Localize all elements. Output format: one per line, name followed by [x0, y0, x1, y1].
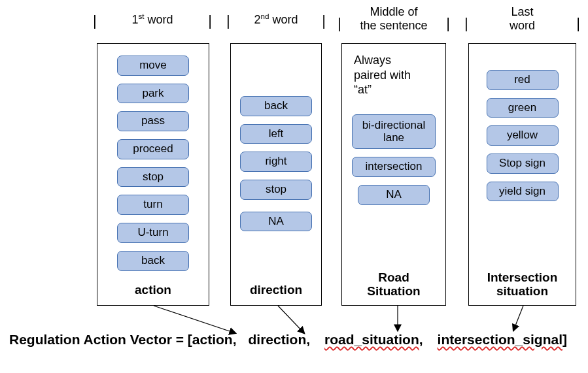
chip-yellow: yellow: [487, 125, 559, 146]
col4-list: red green yellow Stop sign yield sign: [469, 70, 576, 209]
chip-stop-sign: Stop sign: [487, 154, 559, 174]
chip-green: green: [487, 98, 559, 118]
vector-suffix: ]: [562, 332, 567, 347]
col3-bottom-label: Road Situation: [342, 271, 445, 299]
chip-red: red: [487, 70, 559, 90]
chip-intersection: intersection: [352, 157, 436, 177]
chip-right: right: [240, 152, 312, 172]
chip-na2: NA: [240, 212, 312, 232]
col4-bottom-label: Intersection situation: [469, 271, 576, 299]
col3-box: Always paired with “at” bi-directional l…: [341, 43, 446, 306]
chip-yield: yield sign: [487, 182, 559, 202]
col2-bottom-label: direction: [231, 284, 321, 297]
chip-left: left: [240, 124, 312, 144]
col3-header-line2: the sentence: [360, 19, 427, 32]
chip-stop2: stop: [240, 180, 312, 200]
chip-pass: pass: [117, 111, 189, 131]
col1-box: move park pass proceed stop turn U-turn …: [97, 43, 209, 306]
arrow-col1: [154, 306, 235, 333]
col4-header-line2: word: [510, 19, 535, 32]
vector-p4: intersection_signal: [438, 332, 562, 347]
chip-uturn: U-turn: [117, 223, 189, 243]
col1-header-text: 1st word: [131, 13, 173, 26]
chip-turn: turn: [117, 195, 189, 215]
col2-header-text: 2nd word: [254, 13, 298, 26]
col2-box: back left right stop NA direction: [230, 43, 322, 306]
chip-bidir-lane: bi-directional lane: [352, 114, 436, 149]
chip-back2: back: [240, 96, 312, 116]
col3-header: | Middle of the sentence |: [341, 5, 446, 32]
col1-list: move park pass proceed stop turn U-turn …: [97, 56, 209, 279]
col4-header: | Last word |: [468, 5, 576, 32]
col3-list: bi-directional lane intersection NA: [342, 114, 445, 213]
regulation-action-vector: Regulation Action Vector = [action,direc…: [9, 332, 581, 348]
col3-note: Always paired with “at”: [354, 53, 411, 97]
chip-move: move: [117, 56, 189, 76]
arrow-col4: [513, 306, 523, 331]
col1-bottom-label: action: [97, 284, 209, 297]
col4-box: red green yellow Stop sign yield sign In…: [468, 43, 576, 306]
chip-park: park: [117, 84, 189, 104]
chip-stop: stop: [117, 167, 189, 187]
col2-list: back left right stop NA: [231, 96, 321, 239]
col3-header-line1: Middle of: [370, 5, 417, 18]
vector-p1: action: [192, 332, 233, 347]
col4-header-line1: Last: [511, 5, 533, 18]
chip-back1: back: [117, 251, 189, 271]
chip-proceed: proceed: [117, 139, 189, 159]
chip-na3: NA: [358, 185, 430, 205]
vector-prefix: Regulation Action Vector = [: [9, 332, 192, 347]
col1-header: | 1st word |: [97, 12, 208, 27]
col2-header: | 2nd word |: [230, 12, 322, 27]
vector-p3: road_situation: [324, 332, 419, 347]
vector-p2: direction: [249, 332, 307, 347]
arrow-col2: [278, 306, 304, 333]
